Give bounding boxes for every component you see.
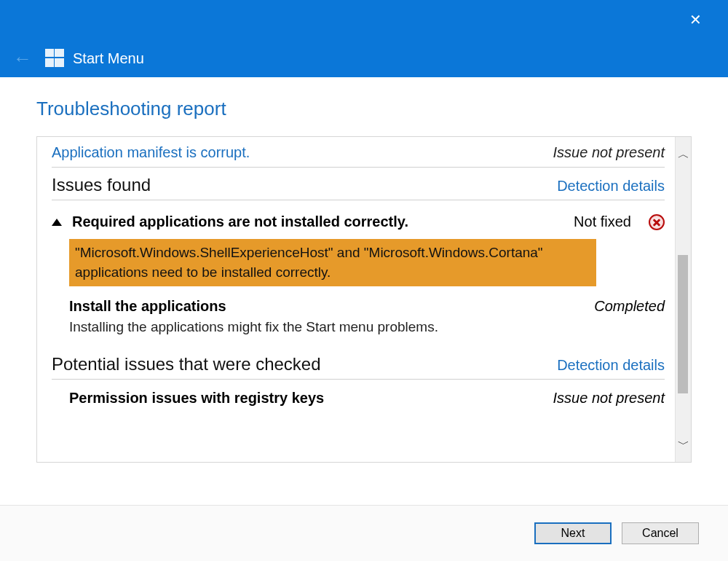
scroll-up-icon[interactable]: ︿ [676, 137, 691, 172]
issue-title: Required applications are not installed … [72, 213, 566, 230]
issue-status: Not fixed [574, 213, 631, 230]
detection-details-link-2[interactable]: Detection details [557, 357, 665, 374]
issue-row[interactable]: Required applications are not installed … [52, 200, 665, 235]
potential-issue-row: Permission issues with registry keys Iss… [69, 380, 665, 407]
report-box: Application manifest is corrupt. Issue n… [36, 136, 692, 463]
windows-logo-icon [45, 49, 66, 68]
issues-found-heading: Issues found [52, 175, 151, 195]
body-area: Troubleshooting report Application manif… [0, 77, 728, 506]
potential-issue-status: Issue not present [553, 390, 665, 407]
back-arrow-icon[interactable]: ← [13, 47, 45, 70]
titlebar: ✕ [0, 0, 728, 39]
cancel-button[interactable]: Cancel [622, 522, 699, 544]
header-title: Start Menu [73, 50, 144, 67]
scrollbar[interactable]: ︿ ﹀ [675, 137, 691, 462]
potential-issues-header: Potential issues that were checked Detec… [52, 347, 665, 380]
issues-found-header: Issues found Detection details [52, 168, 665, 200]
scroll-thumb[interactable] [678, 255, 688, 393]
resolution-label: Install the applications [69, 298, 226, 315]
page-title: Troubleshooting report [36, 98, 692, 120]
truncated-previous-issue: Application manifest is corrupt. Issue n… [52, 137, 665, 168]
error-x-icon [649, 214, 665, 230]
wizard-header: ← Start Menu [0, 39, 728, 77]
collapse-triangle-icon[interactable] [52, 219, 62, 226]
truncated-issue-status: Issue not present [553, 144, 665, 161]
potential-issue-label: Permission issues with registry keys [69, 390, 324, 407]
scroll-track[interactable] [676, 172, 691, 427]
report-scroll-content: Application manifest is corrupt. Issue n… [37, 137, 675, 462]
footer: Next Cancel [0, 506, 728, 561]
truncated-issue-label: Application manifest is corrupt. [52, 144, 250, 161]
resolution-status: Completed [594, 298, 665, 315]
potential-issues-heading: Potential issues that were checked [52, 354, 321, 374]
detection-details-link[interactable]: Detection details [557, 178, 665, 195]
resolution-description: Installing the applications might fix th… [69, 315, 665, 347]
close-icon[interactable]: ✕ [684, 8, 708, 31]
issue-description-highlight: "Microsoft.Windows.ShellExperienceHost" … [69, 239, 596, 286]
scroll-down-icon[interactable]: ﹀ [676, 427, 691, 462]
next-button[interactable]: Next [534, 522, 612, 544]
resolution-row: Install the applications Completed [69, 294, 665, 315]
